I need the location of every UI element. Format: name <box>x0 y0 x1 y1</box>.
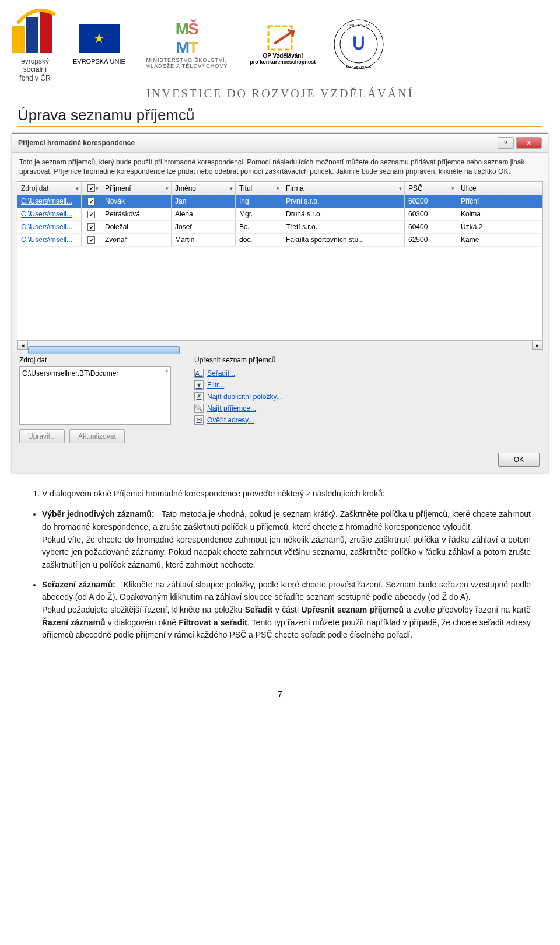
duplicate-icon: ✗ <box>194 392 204 401</box>
svg-rect-2 <box>40 12 52 52</box>
msmt-logo: MŠMT MINISTERSTVO ŠKOLSTVÍ, MLÁDEŽE A TĚ… <box>140 20 233 69</box>
op-icon <box>265 23 300 52</box>
col-source[interactable]: Zdroj dat <box>21 184 48 192</box>
help-button[interactable]: ? <box>498 137 514 149</box>
svg-text:UNIVERSITAS: UNIVERSITAS <box>347 23 370 27</box>
esf-graphic-icon <box>12 6 58 52</box>
page-number: 7 <box>0 666 560 710</box>
source-label: Zdroj dat <box>19 356 171 364</box>
refine-label: Upřesnit seznam příjemců <box>194 356 541 364</box>
header-checkbox[interactable]: ✔ <box>88 184 95 192</box>
eu-logo: ★ EVROPSKÁ UNIE <box>73 24 125 65</box>
bullet-select-records: Výběr jednotlivých záznamů: Tato metoda … <box>42 508 531 571</box>
sort-icon: A↓ <box>194 369 204 378</box>
msmt-line2: MLÁDEŽE A TĚLOVÝCHOVY <box>145 63 228 69</box>
scroll-left-icon[interactable]: ◂ <box>18 341 28 350</box>
source-list[interactable]: C:\Users\msellner.BT\Documer <box>19 366 171 425</box>
col-street[interactable]: Ulice <box>461 184 477 192</box>
bullet-sort-records: Seřazení záznamů: Klikněte na záhlaví sl… <box>42 579 531 642</box>
msmt-line1: MINISTERSTVO ŠKOLSTVÍ, <box>146 57 228 63</box>
eu-flag-icon: ★ <box>79 24 120 53</box>
table-row[interactable]: C:\Users\msell... ✔ Doležal Josef Bc. Tř… <box>18 221 542 234</box>
col-company[interactable]: Firma <box>286 184 304 192</box>
svg-rect-1 <box>26 18 38 52</box>
filter-icon: ▼ <box>194 380 204 390</box>
close-button[interactable]: X <box>516 137 542 149</box>
row-checkbox[interactable]: ✔ <box>88 223 95 231</box>
recipients-table: Zdroj dat▾ ✔▾ Příjmení▾ Jméno▾ Titul▾ Fi… <box>17 181 543 351</box>
mailmerge-dialog: Příjemci hromadné korespondence ? X Toto… <box>12 133 548 473</box>
dialog-titlebar: Příjemci hromadné korespondence ? X <box>12 134 548 153</box>
verify-icon: ✉ <box>194 415 204 425</box>
scroll-thumb[interactable] <box>28 346 180 354</box>
divider <box>18 126 542 127</box>
col-surname[interactable]: Příjmení <box>105 184 131 192</box>
col-zip[interactable]: PSČ <box>408 184 423 192</box>
table-row[interactable]: C:\Users\msell... ✔ Petrásková Alena Mgr… <box>18 208 542 221</box>
refresh-button[interactable]: Aktualizovat <box>69 429 125 443</box>
university-logo: ᑌUNIVERSITASMASARYKIANA <box>332 18 385 71</box>
duplicates-link[interactable]: ✗Najít duplicitní položky... <box>194 391 541 402</box>
verify-link[interactable]: ✉Ověřit adresy... <box>194 414 541 426</box>
table-header[interactable]: Zdroj dat▾ ✔▾ Příjmení▾ Jméno▾ Titul▾ Fi… <box>18 182 542 195</box>
col-title[interactable]: Titul <box>239 184 252 192</box>
table-row[interactable]: C:\Users\msell... ✔ Novák Jan Ing. První… <box>18 195 542 208</box>
page-title: Úprava seznamu příjemců <box>0 103 560 126</box>
dialog-description: Toto je seznam příjemců, který bude použ… <box>12 153 548 181</box>
intro-text: V dialogovém okně Příjemci hromadné kore… <box>42 488 531 501</box>
svg-rect-0 <box>12 26 24 52</box>
esf-logo: evropský sociální fond v ČR <box>12 6 58 82</box>
op-logo: OP Vzdělávání pro konkurenceschopnost <box>248 23 318 65</box>
dialog-title: Příjemci hromadné korespondence <box>18 139 135 147</box>
edit-button[interactable]: Upravit... <box>19 429 65 443</box>
find-icon: 🔍 <box>194 404 204 413</box>
op-line1: OP Vzdělávání <box>262 52 303 59</box>
dialog-footer: OK <box>12 447 548 473</box>
find-link[interactable]: 🔍Najít příjemce... <box>194 402 541 414</box>
col-name[interactable]: Jméno <box>175 184 196 192</box>
refine-area: Zdroj dat C:\Users\msellner.BT\Documer U… <box>12 351 548 447</box>
op-line2: pro konkurenceschopnost <box>250 59 316 65</box>
table-row[interactable]: C:\Users\msell... ✔ Zvonař Martin doc. F… <box>18 234 542 247</box>
row-checkbox[interactable]: ✔ <box>88 236 95 244</box>
sort-link[interactable]: A↓Seřadit... <box>194 368 541 379</box>
tagline: INVESTICE DO ROZVOJE VZDĚLÁVÁNÍ <box>0 82 560 103</box>
ok-button[interactable]: OK <box>498 453 540 467</box>
row-checkbox[interactable]: ✔ <box>88 198 95 205</box>
svg-text:ᑌ: ᑌ <box>352 34 365 53</box>
table-blank-area <box>18 247 542 340</box>
msmt-abbrev: MŠMT <box>176 20 198 57</box>
esf-text: evropský sociální fond v ČR <box>19 57 50 82</box>
body-text: V dialogovém okně Příjemci hromadné kore… <box>0 473 560 667</box>
svg-text:MASARYKIANA: MASARYKIANA <box>346 65 371 69</box>
scroll-right-icon[interactable]: ▸ <box>532 341 542 350</box>
horizontal-scrollbar[interactable]: ◂ ▸ <box>18 340 542 351</box>
header-logos: evropský sociální fond v ČR ★ EVROPSKÁ U… <box>0 0 560 82</box>
row-checkbox[interactable]: ✔ <box>88 211 95 218</box>
eu-label: EVROPSKÁ UNIE <box>73 58 125 65</box>
filter-link[interactable]: ▼Filtr... <box>194 379 541 391</box>
